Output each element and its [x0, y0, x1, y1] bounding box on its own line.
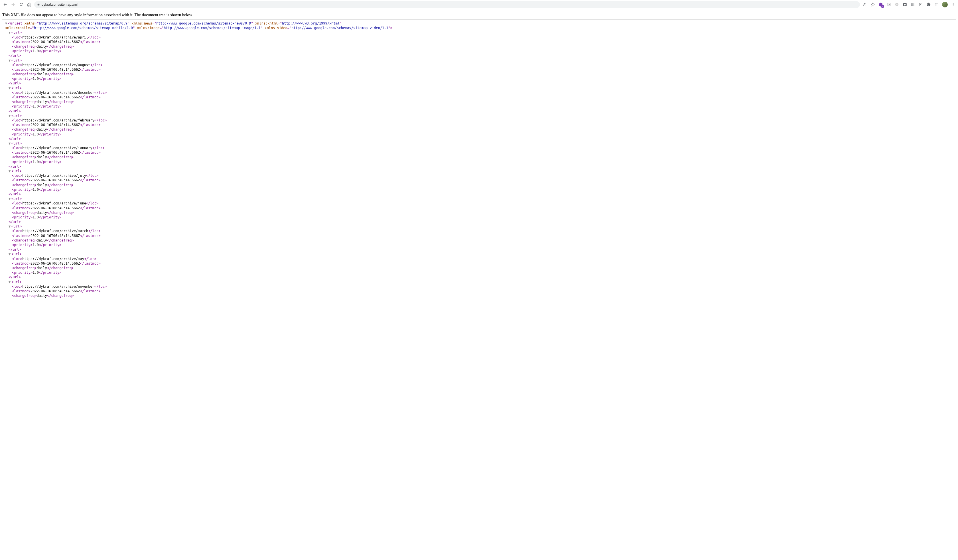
collapse-caret[interactable]: ▼: [8, 224, 11, 229]
collapse-caret[interactable]: ▼: [5, 21, 8, 26]
url-loc: https://dykraf.com/archive/may: [22, 257, 84, 261]
url-lastmod: 2022-06-16T06:48:14.566Z: [30, 40, 80, 44]
svg-point-6: [953, 4, 953, 5]
camera-icon[interactable]: [902, 2, 907, 7]
url-lastmod: 2022-06-16T06:48:14.566Z: [30, 178, 80, 182]
url-changefreq: daily: [37, 238, 47, 243]
svg-rect-1: [888, 4, 890, 5]
reload-button[interactable]: [18, 2, 24, 8]
url-changefreq: daily: [37, 127, 47, 132]
collapse-caret[interactable]: ▼: [8, 252, 11, 256]
extension-icon[interactable]: 2: [878, 2, 883, 7]
url-loc: https://dykraf.com/archive/july: [22, 174, 86, 178]
xml-style-message: This XML file does not appear to have an…: [2, 11, 956, 19]
url-loc: https://dykraf.com/archive/november: [22, 284, 94, 289]
svg-point-7: [953, 5, 953, 6]
url-lastmod: 2022-06-16T06:48:14.566Z: [30, 234, 80, 238]
browser-toolbar: dykraf.com/sitemap.xml 2: [0, 0, 958, 9]
url-lastmod: 2022-06-16T06:48:14.566Z: [30, 151, 80, 154]
url-loc: https://dykraf.com/archive/march: [22, 229, 88, 233]
collapse-caret[interactable]: ▼: [8, 113, 11, 118]
url-priority: 1.0: [33, 132, 39, 136]
url-changefreq: daily: [37, 266, 47, 270]
page-content: This XML file does not appear to have an…: [0, 9, 958, 300]
collapse-caret[interactable]: ▼: [8, 30, 11, 35]
url-changefreq: daily: [37, 211, 47, 215]
address-bar[interactable]: dykraf.com/sitemap.xml: [34, 1, 860, 8]
url-loc: https://dykraf.com/archive/june: [22, 201, 86, 205]
collapse-caret[interactable]: ▼: [8, 197, 11, 201]
url-lastmod: 2022-06-16T06:48:14.566Z: [30, 262, 80, 265]
url-lastmod: 2022-06-16T06:48:14.566Z: [30, 289, 80, 293]
back-button[interactable]: [2, 2, 8, 8]
url-priority: 1.0: [33, 77, 39, 81]
svg-rect-0: [887, 3, 890, 6]
url-lastmod: 2022-06-16T06:48:14.566Z: [30, 206, 80, 210]
share-icon[interactable]: [862, 2, 868, 7]
url-priority: 1.0: [33, 104, 39, 108]
sidepanel-icon[interactable]: [934, 2, 939, 7]
collapse-caret[interactable]: ▼: [8, 169, 11, 173]
xml-tree: ▼<urlset xmlns="http://www.sitemaps.org/…: [2, 21, 956, 298]
url-priority: 1.0: [33, 243, 39, 247]
home-button[interactable]: [26, 2, 32, 8]
url-loc: https://dykraf.com/archive/april: [22, 35, 88, 40]
grid-icon[interactable]: [910, 2, 915, 7]
collapse-caret[interactable]: ▼: [8, 280, 11, 284]
url-loc: https://dykraf.com/archive/august: [22, 63, 90, 67]
url-changefreq: daily: [37, 183, 47, 187]
url-priority: 1.0: [33, 271, 39, 274]
url-loc: https://dykraf.com/archive/february: [22, 118, 94, 122]
url-changefreq: daily: [37, 44, 47, 49]
url-changefreq: daily: [37, 293, 47, 298]
url-priority: 1.0: [33, 160, 39, 164]
url-priority: 1.0: [33, 215, 39, 219]
svg-point-5: [953, 3, 953, 3]
collapse-caret[interactable]: ▼: [8, 86, 11, 90]
install-icon[interactable]: [918, 2, 923, 7]
url-text: dykraf.com/sitemap.xml: [42, 3, 78, 6]
bookmark-star-icon[interactable]: [870, 2, 875, 7]
url-loc: https://dykraf.com/archive/january: [22, 146, 92, 150]
collapse-caret[interactable]: ▼: [8, 58, 11, 63]
url-changefreq: daily: [37, 72, 47, 76]
url-loc: https://dykraf.com/archive/december: [22, 90, 94, 95]
url-lastmod: 2022-06-16T06:48:14.566Z: [30, 95, 80, 99]
url-lastmod: 2022-06-16T06:48:14.566Z: [30, 68, 80, 71]
toolbar-right: 2: [862, 2, 956, 8]
extension-circle-icon[interactable]: [894, 2, 899, 7]
extension-box-icon[interactable]: [886, 2, 891, 7]
collapse-caret[interactable]: ▼: [8, 141, 11, 146]
url-changefreq: daily: [37, 100, 47, 104]
forward-button[interactable]: [10, 2, 16, 8]
url-priority: 1.0: [33, 49, 39, 53]
lock-icon: [37, 3, 40, 6]
url-lastmod: 2022-06-16T06:48:14.566Z: [30, 123, 80, 127]
profile-avatar[interactable]: [942, 2, 948, 8]
extensions-icon[interactable]: [926, 2, 931, 7]
menu-icon[interactable]: [950, 2, 956, 7]
separator: [2, 19, 956, 19]
svg-rect-3: [935, 3, 938, 6]
url-changefreq: daily: [37, 155, 47, 159]
url-priority: 1.0: [33, 188, 39, 192]
